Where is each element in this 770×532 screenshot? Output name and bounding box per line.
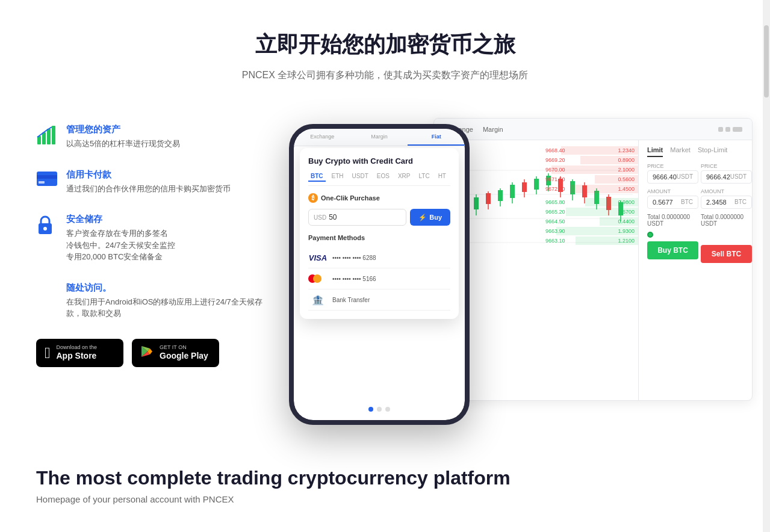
- dot-inactive-2: [385, 407, 390, 412]
- phone-tab-exchange[interactable]: Exchange: [294, 129, 351, 146]
- buy-amount-label: AMOUNT: [647, 188, 698, 194]
- svg-rect-5: [37, 175, 57, 179]
- desktop-panel: Exchange Margin: [433, 118, 753, 401]
- order-book-row-green-1: 9665.800.9800: [542, 198, 638, 206]
- lightning-icon: ⚡: [418, 214, 427, 221]
- feature-secure-title: 安全储存: [66, 214, 175, 225]
- crypto-tab-ht[interactable]: HT: [436, 172, 449, 182]
- panel-dot-1: [718, 127, 723, 132]
- amount-input-field[interactable]: USD 50: [308, 209, 406, 226]
- buy-dot: [647, 232, 653, 238]
- scrollbar[interactable]: [763, 0, 770, 532]
- mastercard-number: •••• •••• •••• 5166: [332, 276, 376, 282]
- card-modal: Buy Crypto with Credit Card BTC ETH USDT…: [300, 148, 459, 319]
- phone-bottom-dots: [368, 407, 390, 412]
- trade-form-tabs: Limit Market Stop-Limit: [647, 146, 752, 157]
- svg-rect-6: [39, 181, 45, 184]
- buy-amount-value[interactable]: 0.5677 BTC: [647, 196, 698, 209]
- payment-visa[interactable]: VISA •••• •••• •••• 6288: [308, 247, 450, 268]
- crypto-tab-eth[interactable]: ETH: [329, 172, 346, 182]
- buy-side: PRICE 9666.40 USDT AMOUNT: [647, 163, 698, 263]
- top-section: 立即开始您的加密货币之旅 PNCEX 全球公司拥有多种功能，使其成为买卖数字资产…: [0, 0, 770, 94]
- main-title: 立即开始您的加密货币之旅: [24, 30, 746, 60]
- google-play-badge[interactable]: GET IT ON Google Play: [132, 339, 219, 367]
- crypto-tab-ltc[interactable]: LTC: [416, 172, 432, 182]
- buy-price-value[interactable]: 9666.40 USDT: [647, 170, 698, 184]
- app-store-main-text: App Store: [57, 351, 98, 361]
- phone-tab-bar: Exchange Margin Fiat: [294, 129, 465, 146]
- feature-credit-card: 信用卡付款 通过我们的合作伙伴用您的信用卡购买加密货币: [36, 169, 265, 195]
- buy-price-field: PRICE 9666.40 USDT: [647, 163, 698, 184]
- feature-asset-desc: 以高达5倍的杠杆率进行现货交易: [66, 138, 180, 150]
- svg-rect-1: [42, 132, 46, 144]
- feature-asset-management: 管理您的资产 以高达5倍的杠杆率进行现货交易: [36, 124, 265, 150]
- panel-tab-margin[interactable]: Margin: [483, 126, 503, 133]
- phone-tab-fiat[interactable]: Fiat: [408, 129, 465, 146]
- sell-amount-value[interactable]: 2.3458 BTC: [701, 196, 752, 209]
- lock-icon: [36, 215, 58, 237]
- sell-side: PRICE 9666.42 USDT AMOUNT: [701, 163, 752, 263]
- scrollbar-thumb[interactable]: [764, 25, 769, 97]
- bottom-section: The most complete trading cryptocurrency…: [0, 443, 770, 516]
- order-book-row-green-2: 9665.201.6700: [542, 208, 638, 216]
- dot-active: [368, 407, 373, 412]
- bottom-subtitle: Homepage of your personal account with P…: [36, 494, 734, 504]
- btc-icon: ₿: [308, 193, 318, 203]
- sell-price-value[interactable]: 9666.42 USDT: [701, 170, 752, 184]
- buy-price-number: 9666.40: [653, 173, 677, 181]
- crypto-tab-btc[interactable]: BTC: [308, 172, 326, 182]
- sell-price-field: PRICE 9666.42 USDT: [701, 163, 752, 184]
- phone-tab-margin[interactable]: Margin: [351, 129, 408, 146]
- tab-limit[interactable]: Limit: [647, 146, 663, 157]
- buy-label: Buy: [429, 214, 442, 221]
- phone-mockup: Exchange Margin Fiat Buy Crypto with Cre…: [289, 124, 470, 425]
- currency-label: USD: [314, 214, 326, 221]
- order-book-row-red-3: 9670.002.1000: [542, 165, 638, 174]
- order-book-visual: 9668.401.2340 9669.200.8900: [542, 146, 638, 245]
- middle-section: 管理您的资产 以高达5倍的杠杆率进行现货交易 信用卡付款 通过我们的合作伙伴用您…: [0, 94, 770, 443]
- svg-rect-30: [522, 182, 527, 192]
- crypto-tab-eos[interactable]: EOS: [374, 172, 392, 182]
- crypto-tab-usdt[interactable]: USDT: [350, 172, 371, 182]
- sell-amount-number: 2.3458: [706, 199, 727, 206]
- payment-mastercard[interactable]: •••• •••• •••• 5166: [308, 268, 450, 289]
- payment-bank[interactable]: 🏦 Bank Transfer: [308, 289, 450, 311]
- feature-anywhere-text: 随处访问。 在我们用于Android和iOS的移动应用上进行24/7全天候存款，…: [66, 282, 265, 320]
- card-modal-title: Buy Crypto with Credit Card: [308, 156, 450, 165]
- buy-btc-button[interactable]: Buy BTC: [647, 241, 698, 259]
- tab-stop-limit[interactable]: Stop-Limit: [698, 146, 728, 157]
- panel-dot-3: [733, 127, 742, 132]
- app-store-text: Download on the App Store: [57, 344, 98, 361]
- buy-amount-currency: BTC: [681, 199, 693, 206]
- bank-label: Bank Transfer: [332, 297, 370, 303]
- bank-icon: 🏦: [308, 294, 328, 306]
- svg-rect-26: [498, 190, 503, 201]
- sell-amount-currency: BTC: [734, 199, 747, 206]
- feature-secure-text: 安全储存 客户资金存放在专用的多签名 冷钱包中。24/7全天候安全监控 专用20…: [66, 214, 175, 263]
- feature-anywhere-desc: 在我们用于Android和iOS的移动应用上进行24/7全天候存款，取款和交易: [66, 296, 265, 320]
- order-book-row-green-3: 9664.500.4400: [542, 217, 638, 226]
- buy-button[interactable]: ⚡ Buy: [410, 209, 450, 226]
- google-play-text: GET IT ON Google Play: [160, 344, 208, 361]
- sell-price-currency: USDT: [730, 173, 747, 181]
- order-book-row-red-1: 9668.401.2340: [542, 146, 638, 155]
- bottom-title: The most complete trading cryptocurrency…: [36, 467, 734, 489]
- phone-screen: Exchange Margin Fiat Buy Crypto with Cre…: [294, 129, 465, 420]
- sell-btc-button[interactable]: Sell BTC: [701, 245, 752, 263]
- crypto-tab-xrp[interactable]: XRP: [396, 172, 413, 182]
- order-book-row-red-2: 9669.200.8900: [542, 156, 638, 164]
- google-play-icon: [140, 344, 154, 362]
- sell-price-number: 9666.42: [706, 173, 730, 181]
- visa-logo: VISA: [308, 252, 328, 264]
- feature-secure-desc1: 客户资金存放在专用的多签名: [66, 227, 175, 240]
- svg-rect-22: [474, 197, 479, 209]
- app-store-badge[interactable]:  Download on the App Store: [36, 339, 123, 367]
- page-wrapper: 立即开始您的加密货币之旅 PNCEX 全球公司拥有多种功能，使其成为买卖数字资产…: [0, 0, 770, 532]
- buy-form: Limit Market Stop-Limit PRICE: [639, 140, 753, 400]
- tab-market[interactable]: Market: [670, 146, 691, 157]
- trading-forms: Limit Market Stop-Limit PRICE: [639, 140, 753, 400]
- feature-credit-desc: 通过我们的合作伙伴用您的信用卡购买加密货币: [66, 183, 231, 195]
- buy-sell-forms: PRICE 9666.40 USDT AMOUNT: [647, 163, 752, 263]
- feature-secure-desc2: 冷钱包中。24/7全天候安全监控: [66, 240, 175, 252]
- panel-body: 9668.401.2340 9669.200.8900: [434, 140, 752, 400]
